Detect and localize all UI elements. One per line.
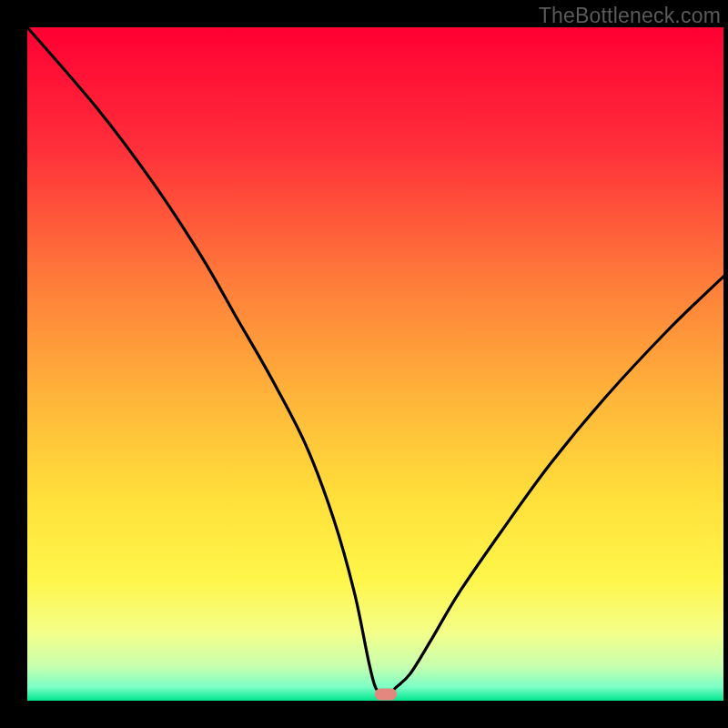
bottleneck-chart <box>0 0 728 728</box>
optimum-marker <box>375 689 397 701</box>
plot-background <box>27 27 723 701</box>
chart-container: TheBottleneck.com <box>0 0 728 728</box>
watermark-text: TheBottleneck.com <box>539 4 721 28</box>
